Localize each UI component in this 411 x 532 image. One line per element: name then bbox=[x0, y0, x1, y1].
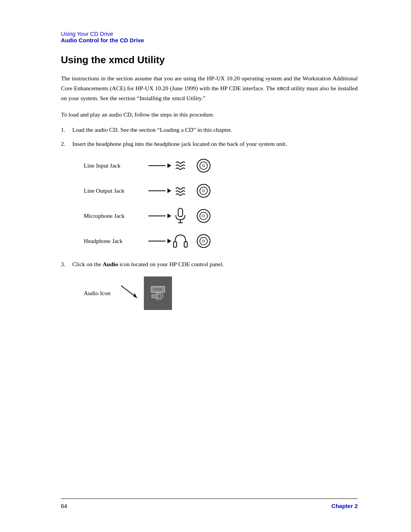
page: Using Your CD Drive Audio Control for th… bbox=[0, 0, 411, 532]
audio-icon-label: Audio Icon bbox=[84, 290, 110, 297]
microphone-port-icon bbox=[195, 207, 212, 225]
step-text: Insert the headphone plug into the headp… bbox=[72, 141, 287, 147]
list-item: 1. Load the audio CD. See the section “L… bbox=[61, 125, 358, 135]
svg-rect-20 bbox=[153, 288, 162, 291]
line-input-row: Line Input Jack bbox=[84, 157, 358, 175]
svg-point-15 bbox=[200, 237, 207, 245]
svg-point-0 bbox=[197, 159, 210, 172]
headphone-port-icon bbox=[195, 232, 212, 250]
list-item: 2. Insert the headphone plug into the he… bbox=[61, 139, 358, 149]
step-number: 3. bbox=[61, 259, 65, 269]
svg-marker-18 bbox=[133, 293, 137, 298]
step-number: 2. bbox=[61, 139, 65, 149]
step-text: Load the audio CD. See the section “Load… bbox=[72, 126, 232, 133]
section-title: Using the xmcd Utility bbox=[61, 54, 358, 66]
svg-point-2 bbox=[202, 165, 205, 167]
headphone-jack-icon bbox=[171, 232, 190, 250]
svg-point-3 bbox=[197, 184, 210, 197]
svg-point-11 bbox=[202, 215, 205, 217]
svg-rect-6 bbox=[178, 208, 183, 217]
breadcrumb-line2: Audio Control for the CD Drive bbox=[61, 37, 358, 43]
breadcrumb: Using Your CD Drive Audio Control for th… bbox=[61, 30, 358, 43]
intro-paragraph: The instructions in the section assume t… bbox=[61, 73, 358, 103]
svg-point-4 bbox=[200, 187, 207, 195]
line-output-port-icon bbox=[195, 182, 212, 200]
numbered-list: 1. Load the audio CD. See the section “L… bbox=[61, 125, 358, 149]
line-input-jack-icon bbox=[171, 157, 190, 175]
line-input-label: Line Input Jack bbox=[84, 162, 148, 169]
svg-rect-12 bbox=[174, 242, 177, 247]
svg-point-10 bbox=[200, 212, 207, 220]
arrow-icon bbox=[148, 237, 171, 245]
step-3: 3. Click on the Audio icon located on yo… bbox=[61, 259, 358, 269]
line-output-row: Line Output Jack bbox=[84, 182, 358, 200]
headphone-label: Headphone Jack bbox=[84, 238, 148, 244]
audio-icon-diagram: Audio Icon bbox=[84, 276, 358, 310]
breadcrumb-line1: Using Your CD Drive bbox=[61, 30, 358, 37]
svg-point-14 bbox=[197, 235, 210, 248]
jack-diagram: Line Input Jack bbox=[84, 157, 358, 250]
procedure-intro: To load and play an audio CD, follow the… bbox=[61, 110, 358, 120]
arrow-icon bbox=[148, 162, 171, 169]
footer: 64 Chapter 2 bbox=[61, 498, 358, 509]
svg-point-9 bbox=[197, 209, 210, 222]
arrow-icon bbox=[148, 187, 171, 195]
svg-point-16 bbox=[202, 240, 205, 242]
line-output-label: Line Output Jack bbox=[84, 187, 148, 194]
line-output-jack-icon bbox=[171, 182, 190, 200]
microphone-label: Microphone Jack bbox=[84, 212, 148, 219]
chapter-label: Chapter 2 bbox=[331, 503, 358, 509]
svg-rect-13 bbox=[184, 242, 187, 247]
svg-point-5 bbox=[202, 190, 205, 192]
headphone-row: Headphone Jack bbox=[84, 232, 358, 250]
microphone-row: Microphone Jack bbox=[84, 207, 358, 225]
svg-marker-21 bbox=[152, 292, 158, 300]
svg-point-1 bbox=[200, 162, 207, 169]
page-number: 64 bbox=[61, 503, 67, 509]
step-number: 1. bbox=[61, 125, 65, 135]
audio-icon-image-icon bbox=[148, 286, 168, 301]
arrow-icon bbox=[148, 212, 171, 220]
microphone-jack-icon bbox=[171, 207, 190, 225]
audio-icon-box bbox=[144, 276, 172, 310]
line-input-port-icon bbox=[195, 157, 212, 174]
diagonal-arrow-icon bbox=[117, 282, 144, 305]
